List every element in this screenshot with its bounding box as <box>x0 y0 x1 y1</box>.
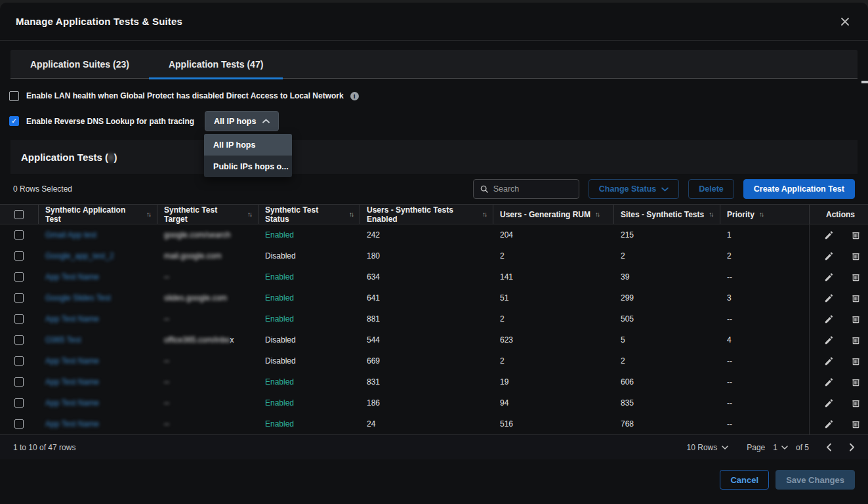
delete-button[interactable]: Delete <box>688 179 734 199</box>
ip-hops-dropdown-button[interactable]: All IP hops <box>205 111 279 131</box>
info-icon[interactable]: i <box>350 92 359 100</box>
search-input[interactable] <box>493 184 572 194</box>
row-checkbox[interactable] <box>14 230 24 240</box>
lan-health-option: Enable LAN health when Global Protect ha… <box>9 89 868 102</box>
actions-cell <box>809 224 868 245</box>
synthetic-application-test-link[interactable]: O365 Test <box>38 329 157 350</box>
page-select[interactable]: 1 <box>773 443 788 452</box>
priority-cell: -- <box>720 371 809 392</box>
row-checkbox[interactable] <box>14 251 24 261</box>
tab-application-suites[interactable]: Application Suites (23) <box>10 50 149 78</box>
synthetic-test-status-cell: Enabled <box>258 266 360 287</box>
row-checkbox[interactable] <box>14 293 24 303</box>
next-page-icon[interactable] <box>849 443 855 452</box>
row-checkbox[interactable] <box>14 377 24 387</box>
users-generating-rum-cell: 94 <box>493 392 613 413</box>
test-name-text[interactable]: Gmail App test <box>45 230 96 240</box>
edit-icon[interactable] <box>824 335 834 345</box>
synthetic-application-test-link[interactable]: Gmail App test <box>38 224 157 245</box>
search-box[interactable] <box>473 179 579 199</box>
test-name-text[interactable]: App Test Name <box>45 356 99 366</box>
delete-icon[interactable] <box>851 314 861 324</box>
delete-icon[interactable] <box>851 335 861 345</box>
synthetic-application-test-link[interactable]: App Test Name <box>38 371 157 392</box>
sort-icon[interactable]: ↑↓ <box>247 211 251 218</box>
edit-icon[interactable] <box>824 356 834 366</box>
edit-icon[interactable] <box>824 398 834 408</box>
dropdown-item-public-ips[interactable]: Public IPs hops o... <box>204 156 292 177</box>
users-generating-rum-cell: 2 <box>493 308 613 329</box>
edit-icon[interactable] <box>824 272 834 282</box>
row-checkbox[interactable] <box>14 419 24 429</box>
test-name-text[interactable]: App Test Name <box>45 377 99 387</box>
test-name-text[interactable]: App Test Name <box>45 272 99 282</box>
table-row: Gmail App testgoogle.com/searchEnabled24… <box>0 224 868 245</box>
row-checkbox[interactable] <box>14 272 24 282</box>
edit-icon[interactable] <box>824 377 834 387</box>
row-checkbox[interactable] <box>14 314 24 324</box>
synthetic-test-status-cell: Enabled <box>258 308 360 329</box>
sort-icon[interactable]: ↑↓ <box>595 211 599 218</box>
synthetic-application-test-link[interactable]: App Test Name <box>38 350 157 371</box>
column-header-sites-synthetic-tests[interactable]: Sites - Synthetic Tests↑↓ <box>613 205 720 224</box>
dropdown-item-all-ip-hops[interactable]: All IP hops <box>204 134 292 156</box>
column-header-users-generating-rum[interactable]: Users - Generating RUM↑↓ <box>493 205 613 224</box>
column-header-priority[interactable]: Priority↑↓ <box>720 205 809 224</box>
delete-icon[interactable] <box>851 272 861 282</box>
delete-icon[interactable] <box>851 419 861 429</box>
delete-icon[interactable] <box>851 251 861 261</box>
synthetic-application-test-link[interactable]: App Test Name <box>38 392 157 413</box>
sort-icon[interactable]: ↑↓ <box>146 211 150 218</box>
select-all-checkbox[interactable] <box>14 210 24 219</box>
target-text: slides.google.com <box>164 293 227 303</box>
table-row: Google Slides Testslides.google.comEnabl… <box>0 287 868 308</box>
column-header-synthetic-application-test[interactable]: Synthetic Application Test↑↓ <box>38 205 157 224</box>
delete-icon[interactable] <box>851 377 861 387</box>
edit-icon[interactable] <box>824 251 834 261</box>
delete-icon[interactable] <box>851 230 861 240</box>
delete-icon[interactable] <box>851 293 861 303</box>
synthetic-application-test-link[interactable]: App Test Name <box>38 308 157 329</box>
column-header-synthetic-test-status[interactable]: Synthetic Test Status↑↓ <box>258 205 360 224</box>
test-name-text[interactable]: App Test Name <box>45 314 99 324</box>
synthetic-application-test-link[interactable]: Google Slides Test <box>38 287 157 308</box>
test-name-text[interactable]: App Test Name <box>45 419 99 429</box>
edit-icon[interactable] <box>824 230 834 240</box>
column-header-synthetic-test-target[interactable]: Synthetic Test Target↑↓ <box>157 205 258 224</box>
previous-page-icon[interactable] <box>826 443 832 452</box>
edit-icon[interactable] <box>824 293 834 303</box>
synthetic-application-test-link[interactable]: Google_app_test_2 <box>38 245 157 266</box>
test-name-text[interactable]: O365 Test <box>45 335 81 345</box>
lan-health-checkbox[interactable] <box>9 91 19 101</box>
synthetic-application-test-link[interactable]: App Test Name <box>38 413 157 434</box>
change-status-button[interactable]: Change Status <box>589 179 680 199</box>
sort-icon[interactable]: ↑↓ <box>349 211 353 218</box>
test-name-text[interactable]: Google_app_test_2 <box>45 251 114 261</box>
delete-icon[interactable] <box>851 356 861 366</box>
test-name-text[interactable]: App Test Name <box>45 398 99 408</box>
status-badge: Enabled <box>265 377 294 387</box>
close-icon[interactable] <box>838 14 852 29</box>
row-checkbox[interactable] <box>14 335 24 345</box>
rows-per-page-select[interactable]: 10 Rows <box>687 443 729 452</box>
sort-icon[interactable]: ↑↓ <box>482 211 486 218</box>
synthetic-application-test-link[interactable]: App Test Name <box>38 266 157 287</box>
save-changes-button[interactable]: Save Changes <box>775 470 855 490</box>
row-checkbox[interactable] <box>14 398 24 408</box>
row-checkbox[interactable] <box>14 356 24 366</box>
redacted-count: 0 <box>108 152 114 163</box>
reverse-dns-checkbox[interactable]: ✓ <box>9 116 19 126</box>
sort-icon[interactable]: ↑↓ <box>709 211 713 218</box>
tab-application-tests[interactable]: Application Tests (47) <box>149 50 283 78</box>
cancel-button[interactable]: Cancel <box>720 470 769 490</box>
row-checkbox-cell <box>0 245 38 266</box>
create-application-test-button[interactable]: Create Application Test <box>743 179 855 199</box>
table-row: App Test Name--Enabled83119606-- <box>0 371 868 392</box>
test-name-text[interactable]: Google Slides Test <box>45 293 111 303</box>
chevron-down-icon <box>781 446 788 450</box>
edit-icon[interactable] <box>824 419 834 429</box>
delete-icon[interactable] <box>851 398 861 408</box>
edit-icon[interactable] <box>824 314 834 324</box>
sort-icon[interactable]: ↑↓ <box>759 211 763 218</box>
column-header-users-synthetic-tests-enabled[interactable]: Users - Synthetic Tests Enabled↑↓ <box>360 205 493 224</box>
